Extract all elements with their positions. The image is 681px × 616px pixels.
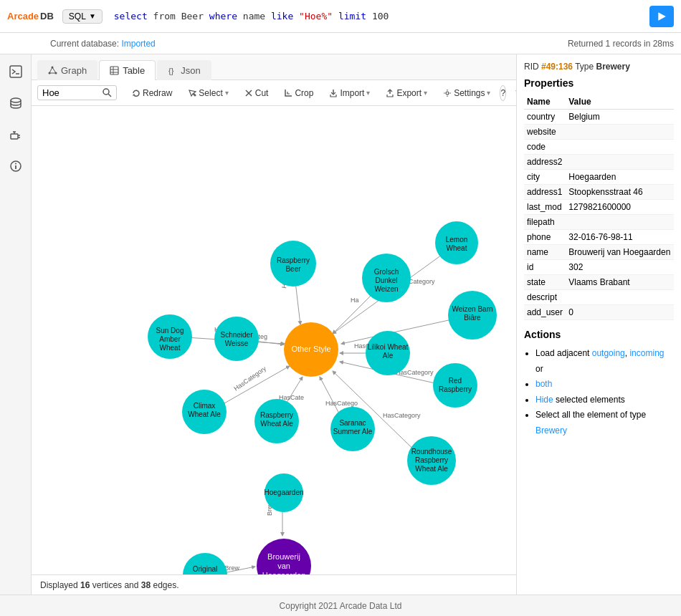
node-climax-label2: Wheat Ale [188, 410, 221, 418]
import-button[interactable]: Import ▾ [323, 85, 376, 101]
action-hide-link[interactable]: Hide [535, 395, 553, 405]
prop-name: country [524, 110, 566, 125]
prop-row: filepath [524, 215, 674, 230]
prop-name: address1 [524, 185, 566, 200]
prop-name: city [524, 170, 566, 185]
node-grolsch-label3: Weizen [374, 285, 398, 293]
graph-canvas[interactable]: HasCategory HasCategory Ha Categ HasCate… [32, 106, 516, 574]
table-beer: Beer [181, 11, 204, 21]
prop-value: Brouwerij van Hoegaarden [566, 245, 674, 260]
search-icon[interactable] [103, 88, 112, 97]
prop-name: phone [524, 230, 566, 245]
crop-icon [284, 89, 292, 97]
prop-row: address2 [524, 155, 674, 170]
db-link[interactable]: Imported [121, 39, 155, 49]
select-arrow: ▾ [225, 89, 229, 97]
prop-value: 32-016-76-98-11 [566, 230, 674, 245]
node-roundhouse-label2: Raspberry [415, 456, 448, 464]
prop-name: add_user [524, 305, 566, 320]
svg-point-3 [11, 98, 21, 102]
export-button[interactable]: Export ▾ [379, 85, 434, 101]
import-arrow: ▾ [366, 89, 370, 97]
tab-graph[interactable]: Graph [37, 60, 97, 80]
sidebar-item-database[interactable] [4, 92, 27, 115]
action-both-link[interactable]: both [535, 379, 552, 389]
kw-limit: limit [338, 11, 372, 21]
main-layout: Graph Table {} Json Redraw Se [0, 54, 681, 595]
sidebar-item-info[interactable] [4, 155, 27, 178]
settings-arrow: ▾ [487, 89, 490, 97]
node-sun-dog-label2: Amber [159, 335, 181, 343]
import-label: Import [340, 88, 364, 98]
node-roundhouse-label: Roundhouse [411, 448, 452, 456]
prop-row: address1Stoopkensstraat 46 [524, 185, 674, 200]
sql-dropdown-arrow: ▼ [89, 12, 96, 20]
node-hoegaarden-label: Hoegaarden [264, 489, 303, 496]
node-schneider-label: Schneider [220, 331, 253, 339]
type-value: Brewery [596, 62, 630, 72]
left-sidebar [0, 54, 32, 595]
val-100: 100 [372, 11, 389, 21]
node-schneider-label2: Weisse [225, 340, 249, 347]
search-input[interactable] [42, 87, 100, 98]
run-button[interactable] [649, 6, 674, 27]
footer-text: Copyright 2021 Arcade Data Ltd [280, 601, 402, 611]
action-load-adjacent: Load adjacent outgoing, incoming or [535, 346, 674, 377]
svg-text:{}: {} [168, 67, 174, 75]
redraw-button[interactable]: Redraw [125, 85, 178, 101]
sub-bar: Current database: Imported Returned 1 re… [0, 33, 681, 54]
crop-button[interactable]: Crop [277, 85, 320, 101]
node-raspberry-beer-label: Raspberry [277, 256, 310, 264]
sidebar-item-terminal[interactable] [4, 60, 27, 83]
settings-icon [443, 89, 452, 97]
svg-point-23 [103, 89, 109, 95]
node-raspberry-beer-label2: Beer [285, 265, 301, 273]
search-box[interactable] [37, 85, 117, 100]
prop-value: Vlaams Brabant [566, 275, 674, 290]
svg-rect-18 [110, 67, 118, 74]
val-hoe: "Hoe%" [299, 11, 333, 21]
tab-json[interactable]: {} Json [157, 60, 211, 80]
action-brewery-link[interactable]: Brewery [535, 425, 567, 435]
prop-name: code [524, 140, 566, 155]
prop-row: nameBrouwerij van Hoegaarden [524, 245, 674, 260]
tab-table-label: Table [123, 65, 145, 76]
node-red-raspberry-label2: Raspberry [439, 385, 472, 393]
prop-row: add_user0 [524, 305, 674, 320]
node-other-style-label: Other Style [291, 345, 330, 353]
prop-value: Stoopkensstraat 46 [566, 185, 674, 200]
col-name-header: Name [524, 95, 566, 110]
action-outgoing-link[interactable]: outgoing [592, 348, 625, 358]
settings-button[interactable]: Settings ▾ [437, 85, 497, 101]
action-incoming-link[interactable]: incoming [629, 348, 664, 358]
hide-properties-button[interactable]: Hide Properties [509, 80, 516, 106]
svg-line-15 [49, 67, 52, 73]
prop-value: 302 [566, 260, 674, 275]
prop-name: name [524, 245, 566, 260]
prop-value [566, 155, 674, 170]
prop-row: descript [524, 290, 674, 305]
node-saranac-label: Saranac [339, 419, 366, 427]
redraw-icon [132, 89, 141, 97]
node-climax-label: Climax [194, 402, 216, 410]
select-button[interactable]: Select ▾ [181, 85, 234, 101]
col-name: name [243, 11, 265, 21]
cut-button[interactable]: Cut [238, 85, 275, 101]
node-weizen-barn-label: Weizen Barn [452, 305, 492, 313]
action-select-type: Select all the element of type Brewery [535, 408, 674, 438]
records-returned-label: Returned 1 records in 28ms [568, 39, 674, 49]
edge-label: Ha [351, 297, 359, 304]
sidebar-item-plugins[interactable] [4, 123, 27, 146]
help-button[interactable]: ? [500, 85, 506, 101]
node-lilikoi-label2: Ale [383, 352, 394, 360]
rid-value: #49:136 [541, 62, 573, 72]
sql-mode-selector[interactable]: SQL ▼ [62, 9, 103, 24]
actions-list: Load adjacent outgoing, incoming or both… [524, 346, 674, 439]
prop-name: descript [524, 290, 566, 305]
select-label: Select [199, 88, 222, 98]
logo-arcade: Arcade [7, 11, 39, 21]
tab-table[interactable]: Table [99, 60, 156, 80]
prop-name: state [524, 275, 566, 290]
tab-json-label: Json [181, 65, 200, 76]
edges-count: 38 [141, 580, 151, 590]
